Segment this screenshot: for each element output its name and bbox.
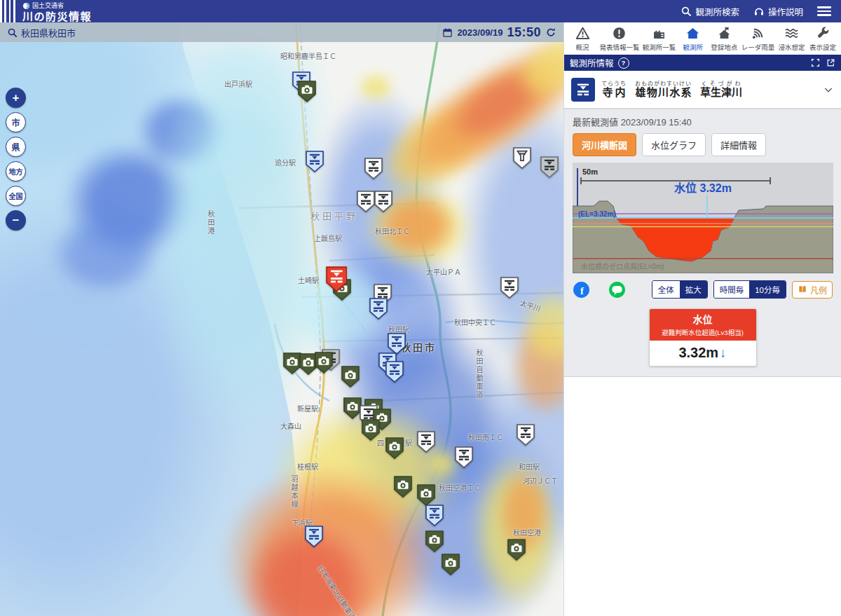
panel-tab-浸水想定[interactable]: 浸水想定: [778, 26, 806, 52]
zoom-out-button[interactable]: −: [6, 210, 26, 231]
toggle-option-10分毎[interactable]: 10分毎: [749, 281, 786, 298]
help-guide-button[interactable]: 操作説明: [753, 5, 803, 18]
station-header[interactable]: 寺内てらうち雄物川水系おものがわすいけい草生津川くそづがわ: [564, 71, 841, 109]
view-toggle: 全体拡大: [652, 280, 708, 299]
location-label: 秋田県秋田市: [21, 26, 76, 39]
map-toolbar: 秋田県秋田市 2023/09/19 15:50: [0, 22, 563, 42]
search-icon: [681, 6, 692, 17]
map[interactable]: 昭和男鹿半島ＩＣ出戸浜駅追分駅秋田平野上飯島駅秋田北ＩＣ土崎駅秋田港太平山ＰＡ太…: [0, 22, 563, 616]
legend-button[interactable]: 凡例: [792, 281, 833, 299]
panel-tab-label: 登録地点: [711, 42, 737, 52]
toggle-option-拡大[interactable]: 拡大: [680, 281, 707, 298]
refresh-icon[interactable]: [545, 27, 556, 38]
menu-icon[interactable]: [817, 6, 831, 16]
chevron-down-icon[interactable]: [823, 84, 834, 95]
map-marker-water-level[interactable]: [425, 505, 444, 529]
panel-tab-label: 浸水想定: [779, 42, 805, 52]
latest-observation: 最新観測値 2023/09/19 15:40: [573, 115, 833, 128]
map-marker-camera[interactable]: [425, 531, 444, 555]
toggle-option-時間毎[interactable]: 時間毎: [714, 281, 750, 298]
panel-tab-概況[interactable]: 概況: [568, 26, 596, 52]
panel-nav: 概況発表情報一覧観測所一覧観測所登録地点レーダ雨量浸水想定表示設定: [564, 22, 841, 55]
map-marker-camera[interactable]: [507, 539, 526, 563]
alert-body: 3.32m ↓: [650, 341, 756, 366]
panel-tab-label: 観測所: [683, 42, 704, 52]
registered-point-icon: [717, 26, 732, 41]
map-marker-camera[interactable]: [394, 476, 412, 500]
tab-詳細情報[interactable]: 詳細情報: [711, 133, 766, 156]
home-icon: [685, 26, 700, 41]
map-marker-camera[interactable]: [385, 437, 404, 462]
station-list-icon: [652, 26, 666, 41]
scale-label: 50m: [582, 167, 598, 176]
panel-tab-登録地点[interactable]: 登録地点: [710, 26, 738, 52]
header-actions: 観測所検索 操作説明: [681, 5, 831, 18]
map-markers: [0, 22, 563, 616]
external-link-icon[interactable]: [826, 58, 835, 67]
map-marker-water-level[interactable]: [374, 191, 392, 215]
map-marker-water-level[interactable]: [369, 298, 388, 322]
map-marker-camera[interactable]: [315, 352, 333, 376]
exclamation-circle-icon: [612, 26, 627, 41]
brand-stripes: [0, 0, 16, 22]
wrench-icon: [816, 26, 830, 41]
toggle-option-全体[interactable]: 全体: [652, 281, 680, 298]
panel-tab-観測所[interactable]: 観測所: [679, 26, 707, 52]
warning-triangle-icon: [575, 26, 590, 41]
tab-河川横断図[interactable]: 河川横断図: [573, 133, 636, 156]
panel-tab-発表情報一覧[interactable]: 発表情報一覧: [599, 26, 639, 52]
map-marker-water-level[interactable]: [417, 431, 435, 456]
calendar-icon[interactable]: [442, 27, 453, 38]
alert-header: 水位 避難判断水位超過(Lv3相当): [650, 309, 756, 341]
map-marker-water-level[interactable]: [385, 361, 404, 385]
legend-book-icon: [798, 285, 807, 294]
zoom-in-button[interactable]: +: [6, 88, 26, 108]
map-marker-water-level[interactable]: [500, 277, 519, 301]
map-marker-water-level[interactable]: [306, 151, 324, 175]
app-header: 国土交通省 川の防災情報 観測所検索 操作説明: [0, 0, 841, 22]
fullscreen-icon[interactable]: [811, 58, 820, 67]
map-marker-water-level[interactable]: [364, 158, 383, 182]
map-marker-camera[interactable]: [298, 81, 316, 105]
headset-icon: [753, 6, 765, 17]
tab-水位グラフ[interactable]: 水位グラフ: [642, 133, 706, 156]
map-marker-water-level[interactable]: [305, 526, 323, 550]
legend-label: 凡例: [810, 284, 827, 296]
ministry-name: 国土交通省: [32, 3, 64, 9]
location-search[interactable]: 秋田県秋田市: [7, 26, 76, 39]
station-name-part: 草生津川くそづがわ: [700, 81, 742, 99]
map-marker-camera[interactable]: [341, 366, 360, 390]
map-marker-water-level-alert-selected[interactable]: [326, 266, 348, 295]
map-marker-water-level[interactable]: [455, 446, 473, 471]
panel-tab-観測所一覧[interactable]: 観測所一覧: [643, 26, 676, 52]
map-marker-water-level[interactable]: [517, 424, 535, 449]
map-marker-camera[interactable]: [362, 419, 380, 444]
zoom-level-県[interactable]: 県: [6, 137, 26, 157]
panel-title: 観測所情報: [570, 56, 614, 69]
alert-title: 水位: [652, 312, 753, 326]
map-marker-water-level-offline[interactable]: [540, 156, 559, 181]
search-icon: [7, 27, 18, 38]
map-marker-camera[interactable]: [442, 554, 460, 578]
site-title: 川の防災情報: [22, 11, 92, 22]
help-icon[interactable]: ?: [618, 57, 629, 69]
zoom-level-市[interactable]: 市: [6, 112, 26, 132]
panel-title-bar: 観測所情報 ?: [564, 55, 841, 71]
water-level-alert-card: 水位 避難判断水位超過(Lv3相当) 3.32m ↓: [649, 308, 757, 367]
zoom-level-全国[interactable]: 全国: [6, 186, 26, 206]
station-search-button[interactable]: 観測所検索: [681, 5, 739, 18]
zoom-level-地方[interactable]: 地方: [6, 161, 26, 182]
line-icon[interactable]: [608, 281, 626, 299]
el-label: (EL=3.32m): [578, 210, 616, 218]
station-search-label: 観測所検索: [695, 5, 739, 18]
panel-tab-レーダ雨量[interactable]: レーダ雨量: [741, 26, 775, 52]
facebook-icon[interactable]: f: [573, 281, 590, 299]
panel-tab-表示設定[interactable]: 表示設定: [809, 26, 837, 52]
waves-icon: [784, 26, 799, 41]
panel-tab-label: 観測所一覧: [643, 42, 676, 52]
panel-tab-label: 発表情報一覧: [599, 42, 639, 52]
map-marker-water-level[interactable]: [357, 191, 375, 215]
map-marker-rain-gauge[interactable]: [513, 147, 531, 172]
svg-text:f: f: [580, 285, 584, 296]
view-tabs: 河川横断図水位グラフ詳細情報: [573, 133, 833, 156]
